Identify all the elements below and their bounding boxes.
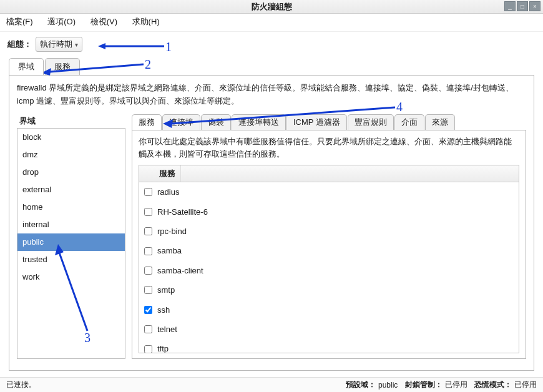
zone-item-drop[interactable]: drop — [17, 164, 125, 181]
config-combo[interactable]: 執行時期 ▾ — [36, 37, 82, 52]
maximize-button[interactable]: □ — [517, 1, 528, 11]
service-row: samba — [139, 241, 519, 260]
status-lockdown-value: 已停用 — [445, 380, 467, 390]
service-checkbox-samba-client[interactable] — [144, 267, 152, 275]
menu-help[interactable]: 求助(H) — [132, 17, 160, 26]
services-col-check — [139, 165, 154, 182]
service-checkbox-radius[interactable] — [144, 188, 152, 196]
chevron-down-icon: ▾ — [75, 41, 78, 48]
service-label: radius — [157, 185, 179, 199]
svg-marker-0 — [98, 43, 105, 49]
minimize-button[interactable]: _ — [504, 1, 516, 11]
zone-item-external[interactable]: external — [17, 181, 125, 198]
service-label: samba — [157, 243, 182, 258]
service-row: radius — [139, 182, 519, 202]
tab-zones[interactable]: 界域 — [9, 58, 44, 75]
status-lockdown-label: 封鎖管制： — [405, 380, 443, 390]
service-checkbox-RH-Satellite-6[interactable] — [144, 208, 152, 216]
zone-list-header: 界域 — [17, 114, 125, 128]
service-label: smtp — [157, 283, 175, 297]
window-buttons: _ □ × — [504, 1, 541, 11]
zone-item-block[interactable]: block — [17, 129, 125, 146]
config-row: 組態： 執行時期 ▾ — [0, 32, 543, 54]
status-panic-value: 已停用 — [514, 380, 537, 390]
service-label: RH-Satellite-6 — [157, 205, 208, 219]
service-label: tftp — [157, 341, 169, 353]
service-label: rpc-bind — [157, 224, 187, 238]
window-title: 防火牆組態 — [252, 1, 292, 12]
svg-marker-3 — [163, 119, 173, 128]
close-button[interactable]: × — [529, 1, 541, 11]
inner-tab-services[interactable]: 服務 — [132, 114, 162, 130]
menu-file[interactable]: 檔案(F) — [6, 17, 33, 26]
inner-tab-sources[interactable]: 來源 — [425, 114, 455, 130]
zone-item-home[interactable]: home — [17, 198, 125, 216]
service-label: samba-client — [157, 263, 203, 278]
menu-view[interactable]: 檢視(V) — [90, 17, 117, 26]
service-label: ssh — [157, 303, 170, 317]
services-col-name: 服務 — [154, 165, 181, 182]
service-checkbox-telnet[interactable] — [144, 325, 152, 333]
config-label: 組態： — [7, 39, 32, 50]
menu-options[interactable]: 選項(O) — [47, 17, 76, 26]
status-connected: 已連接。 — [6, 380, 36, 390]
status-default-zone-label: 預設域： — [346, 380, 376, 390]
statusbar: 已連接。 預設域： public 封鎖管制： 已停用 恐慌模式： 已停用 — [0, 377, 543, 392]
services-table-header: 服務 — [139, 165, 519, 182]
config-combo-value: 執行時期 — [40, 39, 72, 50]
status-panic-label: 恐慌模式： — [474, 380, 512, 390]
service-row: telnet — [139, 320, 519, 339]
service-row: rpc-bind — [139, 222, 519, 241]
service-checkbox-samba[interactable] — [144, 247, 152, 255]
zone-description: firewalld 界域所定義的是綁定該界域之網路連線、介面、來源位址的信任等級… — [17, 82, 526, 108]
service-checkbox-ssh[interactable] — [144, 306, 152, 314]
service-label: telnet — [157, 322, 177, 336]
service-row: tftp — [139, 339, 519, 353]
titlebar: 防火牆組態 _ □ × — [0, 0, 543, 14]
menubar: 檔案(F) 選項(O) 檢視(V) 求助(H) — [0, 14, 543, 32]
service-row: RH-Satellite-6 — [139, 202, 519, 222]
zone-detail-column: 服務 連接埠 偽裝 連接埠轉送 ICMP 過濾器 豐富規則 介面 來源 你可以在… — [132, 114, 526, 359]
service-checkbox-smtp[interactable] — [144, 286, 152, 294]
service-row: smtp — [139, 280, 519, 300]
status-default-zone-value: public — [378, 381, 398, 390]
zone-item-dmz[interactable]: dmz — [17, 146, 125, 164]
service-row: samba-client — [139, 261, 519, 280]
service-checkbox-rpc-bind[interactable] — [144, 227, 152, 235]
service-checkbox-tftp[interactable] — [144, 345, 152, 353]
inner-tab-content: 你可以在此處定義該界域中有哪些服務值得信任。只要此界域所綁定之連線、介面、來源的… — [132, 130, 526, 359]
service-row: ssh — [139, 300, 519, 320]
zone-item-internal[interactable]: internal — [17, 216, 125, 233]
services-table: 服務 radiusRH-Satellite-6rpc-bindsambasamb… — [139, 165, 519, 353]
svg-marker-2 — [55, 244, 64, 255]
services-description: 你可以在此處定義該界域中有哪些服務值得信任。只要此界域所綁定之連線、介面、來源的… — [139, 135, 519, 162]
